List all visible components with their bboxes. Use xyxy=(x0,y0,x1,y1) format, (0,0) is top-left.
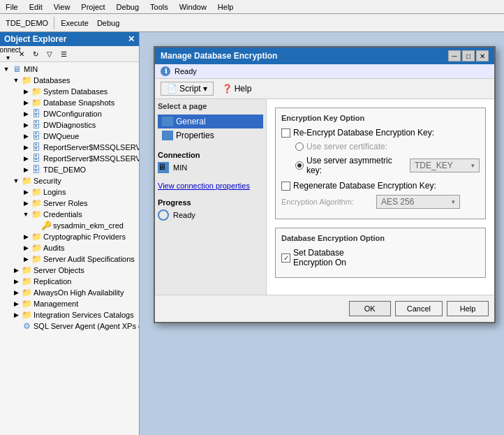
dialog-body: Select a page General Properties Connect… xyxy=(155,99,494,295)
tree-rs1[interactable]: ▶ 🗄 ReportServer$MSSQLSERVER xyxy=(1,142,138,153)
menu-edit[interactable]: Edit xyxy=(27,2,45,12)
tree-server-objects[interactable]: ▶ 📁 Server Objects xyxy=(1,265,138,276)
use-asym-radio[interactable] xyxy=(295,161,304,170)
tree-security[interactable]: ▼ 📁 Security xyxy=(1,175,138,186)
toggle-rs2[interactable]: ▶ xyxy=(21,154,31,163)
tree-credentials-label: Credentials xyxy=(43,210,82,219)
disconnect-btn[interactable]: ✕ xyxy=(15,47,28,60)
toggle-dwconfig[interactable]: ▶ xyxy=(21,109,31,119)
toggle-mgmt[interactable]: ▶ xyxy=(11,299,21,309)
page-general[interactable]: General xyxy=(158,115,263,128)
tree-logins[interactable]: ▶ 📁 Logins xyxy=(1,186,138,198)
menu-window[interactable]: Window xyxy=(177,2,209,12)
regenerate-checkbox[interactable] xyxy=(281,182,290,191)
toggle-audit-specs[interactable]: ▶ xyxy=(21,254,31,264)
db-label: TDE_DEMO xyxy=(3,19,51,27)
tree-tde-demo[interactable]: ▶ 🗄 TDE_DEMO xyxy=(1,164,138,175)
menu-help[interactable]: Help xyxy=(215,2,237,12)
debug-btn[interactable]: Debug xyxy=(94,17,123,29)
algo-dropdown-arrow[interactable]: ▾ xyxy=(452,198,455,205)
cancel-btn[interactable]: Cancel xyxy=(395,301,443,316)
use-cert-label[interactable]: Use server certificate: xyxy=(295,142,387,152)
page-properties[interactable]: Properties xyxy=(158,128,263,142)
set-encryption-label[interactable]: Set Database Encryption On xyxy=(281,248,371,267)
tree-server[interactable]: ▼ 🖥 MIN xyxy=(1,64,138,75)
menu-debug[interactable]: Debug xyxy=(114,2,142,12)
menu-file[interactable]: File xyxy=(3,2,21,12)
toggle-sys-dbs[interactable]: ▶ xyxy=(21,87,31,96)
obj-explorer-close[interactable]: ✕ xyxy=(128,34,135,44)
toggle-audits[interactable]: ▶ xyxy=(21,243,31,253)
tree-server-roles[interactable]: ▶ 📁 Server Roles xyxy=(1,198,138,209)
tree-server-objects-label: Server Objects xyxy=(34,266,84,274)
help-toolbar-btn[interactable]: ❓ Help xyxy=(216,82,258,95)
tree-dwdiag[interactable]: ▶ 🗄 DWDiagnostics xyxy=(1,119,138,131)
toggle-roles[interactable]: ▶ xyxy=(21,198,31,208)
tree-dwqueue[interactable]: ▶ 🗄 DWQueue xyxy=(1,131,138,142)
reencrypt-checkbox[interactable] xyxy=(281,128,290,138)
execute-btn[interactable]: Execute xyxy=(57,17,92,29)
tree-replication[interactable]: ▶ 📁 Replication xyxy=(1,276,138,287)
view-connection-props-link[interactable]: View connection properties xyxy=(158,179,263,193)
tree-dwconfig[interactable]: ▶ 🗄 DWConfiguration xyxy=(1,108,138,119)
status-text: Ready xyxy=(175,67,197,75)
toggle-security[interactable]: ▼ xyxy=(11,176,21,186)
tree-databases[interactable]: ▼ 📁 Databases xyxy=(1,75,138,86)
set-encryption-row: Set Database Encryption On Now TDE is tu… xyxy=(281,248,480,267)
toggle-server-obj[interactable]: ▶ xyxy=(11,265,21,275)
tree-audits[interactable]: ▶ 📁 Audits xyxy=(1,242,138,253)
script-btn[interactable]: 📄 Script ▾ xyxy=(161,82,214,96)
toggle-snapshots[interactable]: ▶ xyxy=(21,98,31,108)
menu-project[interactable]: Project xyxy=(78,2,108,12)
db-icon-dwdiag: 🗄 xyxy=(31,120,42,130)
connect-btn[interactable]: Connect ▾ xyxy=(1,47,14,60)
toggle-dwqueue[interactable]: ▶ xyxy=(21,131,31,141)
asym-dropdown-arrow[interactable]: ▾ xyxy=(471,162,475,169)
summary-btn[interactable]: ☰ xyxy=(57,47,70,60)
toggle-is[interactable]: ▶ xyxy=(11,310,21,320)
toggle-creds[interactable]: ▼ xyxy=(21,209,31,219)
tree-agent[interactable]: ▶ ⚙ SQL Server Agent (Agent XPs disabl..… xyxy=(1,320,138,332)
reencrypt-label[interactable]: Re-Encrypt Database Encryption Key: xyxy=(281,128,434,138)
toggle-alwayson[interactable]: ▶ xyxy=(11,288,21,297)
tree-rs2[interactable]: ▶ 🗄 ReportServer$MSSQLSERVER xyxy=(1,153,138,164)
tree-credentials[interactable]: ▼ 📁 Credentials xyxy=(1,209,138,220)
filter-btn[interactable]: ▽ xyxy=(43,47,56,60)
tree-crypto-label: Cryptographic Providers xyxy=(43,233,126,241)
tree-system-dbs[interactable]: ▶ 📁 System Databases xyxy=(1,86,138,97)
tree-alwayson[interactable]: ▶ 📁 AlwaysOn High Availability xyxy=(1,287,138,298)
tree-crypto[interactable]: ▶ 📁 Cryptographic Providers xyxy=(1,231,138,242)
toggle-tde[interactable]: ▶ xyxy=(21,165,31,175)
menu-view[interactable]: View xyxy=(51,2,73,12)
toggle-rs1[interactable]: ▶ xyxy=(21,142,31,152)
db-icon-dwconfig: 🗄 xyxy=(31,109,42,119)
use-cert-radio[interactable] xyxy=(295,142,304,151)
ok-btn[interactable]: OK xyxy=(349,301,391,316)
toggle-logins[interactable]: ▶ xyxy=(21,187,31,197)
set-encryption-checkbox[interactable] xyxy=(281,253,290,263)
tree-ekm-cred[interactable]: ▶ 🔑 sysadmin_ekm_cred xyxy=(1,220,138,231)
tree-audit-specs[interactable]: ▶ 📁 Server Audit Specifications xyxy=(1,253,138,265)
db-encryption-section: Database Encryption Option Set Database … xyxy=(275,228,486,278)
regenerate-label[interactable]: Regenerate Database Encryption Key: xyxy=(281,181,436,191)
toggle-server[interactable]: ▼ xyxy=(1,64,11,74)
toggle-databases[interactable]: ▼ xyxy=(11,75,21,85)
folder-icon-is: 📁 xyxy=(21,310,32,320)
dialog-close-btn[interactable]: ✕ xyxy=(476,50,489,61)
connection-area: Connection 🖥 MIN View connection propert… xyxy=(158,151,263,193)
menu-tools[interactable]: Tools xyxy=(147,2,171,12)
toggle-crypto[interactable]: ▶ xyxy=(21,232,31,242)
toggle-repl[interactable]: ▶ xyxy=(11,277,21,286)
dialog-maximize-btn[interactable]: □ xyxy=(462,50,475,61)
server-icon: 🖥 xyxy=(11,64,22,74)
tree-management[interactable]: ▶ 📁 Management xyxy=(1,298,138,309)
dialog-minimize-btn[interactable]: ─ xyxy=(448,50,461,61)
tree-management-label: Management xyxy=(34,300,78,308)
tree-is-catalogs[interactable]: ▶ 📁 Integration Services Catalogs xyxy=(1,309,138,320)
use-asym-label[interactable]: Use server asymmetric key: xyxy=(295,156,404,175)
help-footer-btn[interactable]: Help xyxy=(447,301,489,316)
dialog-title: Manage Database Encryption xyxy=(161,51,277,61)
tree-db-snapshots[interactable]: ▶ 📁 Database Snapshots xyxy=(1,97,138,108)
refresh-btn[interactable]: ↻ xyxy=(29,47,42,60)
toggle-dwdiag[interactable]: ▶ xyxy=(21,120,31,130)
